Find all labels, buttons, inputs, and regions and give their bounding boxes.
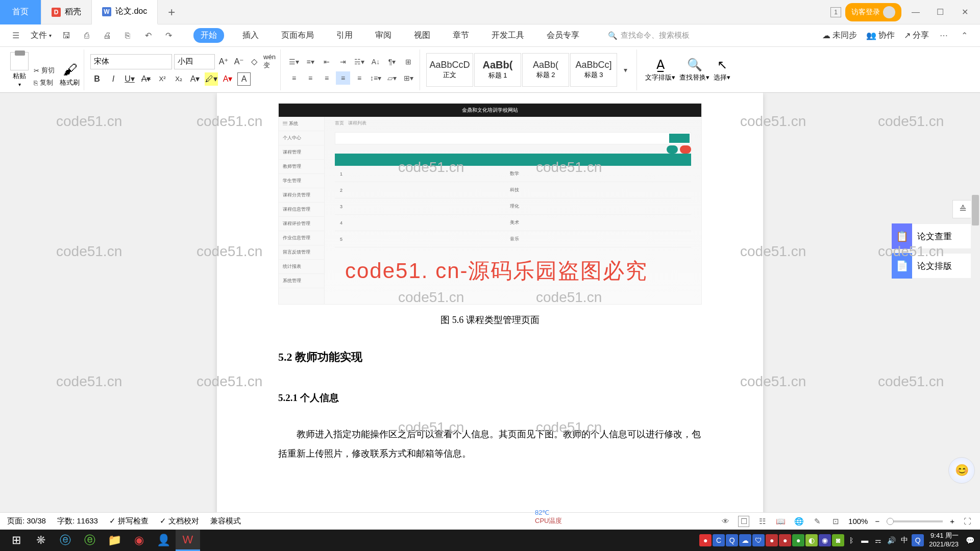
decrease-font-button[interactable]: A⁻ <box>232 55 246 68</box>
underline-button[interactable]: U▾ <box>123 72 136 86</box>
view-web-icon[interactable]: 🌐 <box>793 516 804 527</box>
panel-toggle-button[interactable]: ≙ <box>952 200 973 218</box>
font-color-button[interactable]: A▾ <box>221 72 234 86</box>
style-normal[interactable]: AaBbCcD正文 <box>426 53 473 87</box>
spell-check-toggle[interactable]: ✓ 拼写检查 <box>109 516 149 526</box>
embedded-figure[interactable]: 金鼎和文化培训学校网站 ▤ 系统 个人中心 课程管理 教师管理 学生管理 课程分… <box>278 103 702 305</box>
task-app2[interactable]: 👤 <box>151 530 176 551</box>
fit-icon[interactable]: ⊡ <box>830 516 841 527</box>
menu-member[interactable]: 会员专享 <box>543 28 583 43</box>
preview-icon[interactable]: ⎘ <box>122 30 133 41</box>
view-page-icon[interactable]: ☐ <box>738 516 749 527</box>
scroll-thumb[interactable] <box>972 195 979 226</box>
tray-9[interactable]: ◐ <box>805 534 818 546</box>
tray-1[interactable]: ● <box>699 534 712 546</box>
thesis-layout-button[interactable]: 📄 论文排版 <box>891 253 973 279</box>
line-spacing-button[interactable]: ↕≡▾ <box>369 71 383 85</box>
tray-3[interactable]: Q <box>726 534 738 546</box>
borders-button[interactable]: ⊞▾ <box>401 71 415 85</box>
tray-4[interactable]: ☁ <box>739 534 751 546</box>
tray-bluetooth-icon[interactable]: ᛒ <box>845 534 857 546</box>
more-icon[interactable]: ⋯ <box>938 30 949 41</box>
tray-6[interactable]: ● <box>766 534 778 546</box>
tray-q[interactable]: Q <box>912 534 924 546</box>
edit-icon[interactable]: ✎ <box>812 516 823 527</box>
task-explorer[interactable]: 📁 <box>102 530 127 551</box>
styles-more-button[interactable]: ▾ <box>618 63 632 77</box>
format-brush-button[interactable]: 🖌 格式刷 <box>60 61 80 87</box>
tray-5[interactable]: 🛡 <box>752 534 765 546</box>
redo-icon[interactable]: ↷ <box>163 30 174 41</box>
char-border-button[interactable]: A <box>237 72 251 86</box>
style-heading2[interactable]: AaBb(标题 2 <box>522 53 569 87</box>
zoom-out-button[interactable]: − <box>875 517 879 525</box>
superscript-button[interactable]: X² <box>156 72 169 86</box>
zoom-value[interactable]: 100% <box>848 517 868 525</box>
word-count[interactable]: 字数: 11633 <box>57 516 98 526</box>
login-button[interactable]: 访客登录 <box>845 3 901 21</box>
tray-10[interactable]: ◉ <box>819 534 831 546</box>
save-icon[interactable]: 🖫 <box>61 30 72 41</box>
share-button[interactable]: ↗分享 <box>904 30 929 41</box>
fullscreen-icon[interactable]: ⛶ <box>962 516 973 527</box>
zoom-in-button[interactable]: + <box>950 517 954 525</box>
task-ie[interactable]: ⓔ <box>53 530 78 551</box>
view-outline-icon[interactable]: ☷ <box>756 516 768 527</box>
tab-document[interactable]: W 论文.doc <box>92 0 158 24</box>
maximize-button[interactable]: ☐ <box>930 2 950 22</box>
expand-icon[interactable]: ⌃ <box>959 30 970 41</box>
tabs-button[interactable]: ⊞ <box>401 55 415 68</box>
menu-insert[interactable]: 插入 <box>238 28 263 43</box>
bullets-button[interactable]: ☰▾ <box>287 55 301 68</box>
clear-format-button[interactable]: ◇ <box>248 55 261 68</box>
tray-ime[interactable]: 中 <box>898 534 911 546</box>
start-button[interactable]: ⊞ <box>4 530 29 551</box>
indent-button[interactable]: ⇥ <box>336 55 350 68</box>
export-icon[interactable]: ⎙ <box>81 30 92 41</box>
unsync-button[interactable]: ☁未同步 <box>822 30 857 41</box>
cut-button[interactable]: ✂剪切 <box>34 66 55 75</box>
sort-button[interactable]: A↓ <box>369 55 383 68</box>
find-replace-button[interactable]: 🔍查找替换▾ <box>679 58 709 82</box>
copy-button[interactable]: ⎘复制 <box>34 78 55 87</box>
strikethrough-button[interactable]: A▾ <box>139 72 153 86</box>
menu-icon[interactable]: ☰ <box>10 30 21 41</box>
style-heading1[interactable]: AaBb(标题 1 <box>474 53 521 87</box>
menu-chapter[interactable]: 章节 <box>449 28 473 43</box>
subscript-button[interactable]: X₂ <box>172 72 185 86</box>
align-justify-button[interactable]: ≡ <box>336 71 350 85</box>
menu-view[interactable]: 视图 <box>410 28 434 43</box>
numbering-button[interactable]: ≡▾ <box>303 55 317 68</box>
doc-check-toggle[interactable]: ✓ 文档校对 <box>160 516 199 526</box>
minimize-button[interactable]: — <box>905 2 926 22</box>
align-right-button[interactable]: ≡ <box>320 71 334 85</box>
tray-volume-icon[interactable]: 🔊 <box>885 534 897 546</box>
text-effect-button[interactable]: A▾ <box>188 72 202 86</box>
select-button[interactable]: ↖选择▾ <box>714 58 730 82</box>
align-center-button[interactable]: ≡ <box>303 71 317 85</box>
font-select[interactable] <box>90 54 172 69</box>
tab-daoke[interactable]: D 稻壳 <box>41 0 92 24</box>
menu-layout[interactable]: 页面布局 <box>277 28 318 43</box>
tray-7[interactable]: ● <box>779 534 791 546</box>
task-copilot[interactable]: ❋ <box>29 530 53 551</box>
show-marks-button[interactable]: ¶▾ <box>385 55 399 68</box>
assistant-button[interactable]: 😊 <box>948 457 975 484</box>
menu-devtools[interactable]: 开发工具 <box>487 28 528 43</box>
phonetic-button[interactable]: wén变 <box>263 55 276 68</box>
italic-button[interactable]: I <box>107 72 120 86</box>
tray-wifi-icon[interactable]: ⚎ <box>872 534 884 546</box>
tab-home[interactable]: 首页 <box>0 0 41 24</box>
tab-add-button[interactable]: + <box>158 5 185 19</box>
view-read-icon[interactable]: 📖 <box>775 516 786 527</box>
thesis-check-button[interactable]: 📋 论文查重 <box>891 223 973 249</box>
tray-nvidia[interactable]: ◙ <box>832 534 844 546</box>
task-edge[interactable]: ⓔ <box>78 530 102 551</box>
zoom-slider[interactable] <box>887 520 943 522</box>
text-layout-button[interactable]: A̲文字排版▾ <box>645 58 675 82</box>
align-left-button[interactable]: ≡ <box>287 71 301 85</box>
notifications-icon[interactable]: 💬 <box>964 534 976 546</box>
size-select[interactable] <box>174 54 215 69</box>
undo-icon[interactable]: ↶ <box>142 30 154 41</box>
tray-2[interactable]: C <box>713 534 725 546</box>
